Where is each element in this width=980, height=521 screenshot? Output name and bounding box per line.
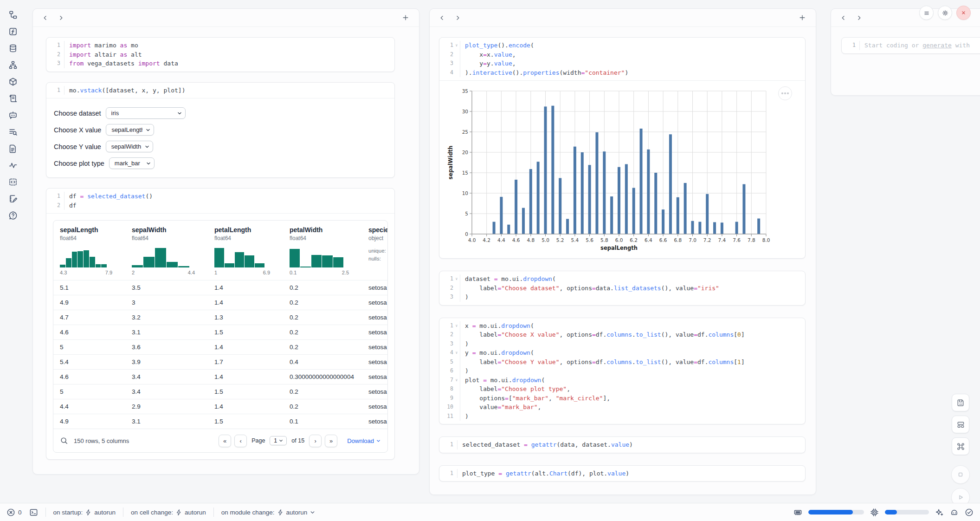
code-editor[interactable]: 1df = selected_dataset()2df (46, 189, 394, 213)
code-editor[interactable]: 1∨plot_type().encode(2 x=x.value,3 y=y.v… (439, 38, 805, 80)
table-row[interactable]: 4.63.41.40.30000000000000004setosa (53, 369, 387, 384)
sidebar-item-datasources[interactable] (8, 44, 18, 53)
add-cell-button[interactable] (797, 12, 808, 23)
code-editor[interactable]: 1∨dataset = mo.ui.dropdown(2 label="Choo… (439, 271, 805, 305)
line-number: 6 (439, 366, 453, 376)
column-header[interactable]: sepalWidthfloat6424.4 (125, 226, 208, 275)
column-prev-button[interactable] (40, 12, 52, 23)
stop-button[interactable] (951, 465, 970, 484)
sidebar-item-dependency-graph[interactable] (8, 60, 18, 70)
add-cell-button[interactable] (400, 12, 412, 23)
svg-text:7.2: 7.2 (703, 237, 711, 243)
code-editor[interactable]: 1selected_dataset = getattr(data, datase… (439, 437, 805, 453)
cell-dataframe[interactable]: 1df = selected_dataset()2df sepalLengthf… (46, 188, 395, 460)
shutdown-button[interactable] (956, 6, 971, 20)
layout-toggle-button[interactable] (952, 416, 969, 433)
fold-chevron-icon[interactable]: ∨ (453, 321, 460, 331)
page-select-wrap: 1 (270, 436, 287, 445)
error-indicator[interactable]: 0 (6, 508, 22, 517)
cell-dataset-dropdown[interactable]: 1∨dataset = mo.ui.dropdown(2 label="Choo… (439, 271, 806, 306)
fold-chevron-icon[interactable]: ∨ (453, 274, 460, 284)
page-select[interactable]: 1 (270, 436, 287, 445)
column-prev-button[interactable] (437, 12, 448, 23)
dropdown[interactable]: mark_bar (109, 157, 155, 169)
column-next-button[interactable] (854, 12, 865, 23)
sidebar-item-app-functions[interactable] (8, 27, 18, 36)
cell-plot-type[interactable]: 1plot_type = getattr(alt.Chart(df), plot… (439, 465, 806, 482)
column-header[interactable]: petalWidthfloat640.12.5 (283, 226, 362, 275)
generate-with-ai-link[interactable]: generate (922, 42, 952, 49)
line-number: 1 (46, 192, 60, 201)
sidebar-item-snippets[interactable] (8, 177, 18, 187)
fold-chevron-icon[interactable]: ∨ (453, 41, 460, 50)
altair-bar-chart[interactable]: 4.04.24.44.64.85.05.25.45.65.86.06.26.46… (446, 84, 771, 256)
chat-bot-icon (8, 111, 18, 120)
next-page-button[interactable]: › (309, 435, 322, 447)
dropdown[interactable]: iris (106, 107, 186, 119)
code-line: 2import altair as alt (46, 50, 394, 59)
table-row[interactable]: 4.42.91.40.2setosa (53, 399, 387, 414)
table-row[interactable]: 5.13.51.40.2setosa (53, 280, 387, 295)
column-header[interactable]: speciesobjectunique:nulls: (362, 226, 387, 275)
table-row[interactable]: 4.931.40.2setosa (53, 295, 387, 310)
save-button[interactable] (952, 394, 969, 411)
code-editor[interactable]: 1import marimo as mo2import altair as al… (46, 38, 394, 72)
cell-selected-dataset[interactable]: 1selected_dataset = getattr(data, datase… (439, 436, 806, 453)
column-header[interactable]: petalLengthfloat6416.9 (208, 226, 283, 275)
sidebar-item-packages[interactable] (8, 77, 18, 86)
copilot-button[interactable] (950, 508, 959, 517)
code-line: 1∨plot_type().encode( (439, 41, 805, 50)
table-row[interactable]: 53.61.40.2setosa (53, 339, 387, 354)
table-summary: 150 rows, 5 columns (74, 437, 129, 444)
sidebar-item-scripts[interactable] (8, 94, 18, 103)
code-editor[interactable]: 1plot_type = getattr(alt.Chart(df), plot… (439, 466, 805, 482)
settings-button[interactable] (938, 6, 952, 20)
table-row[interactable]: 53.41.50.2setosa (53, 384, 387, 399)
last-page-button[interactable]: » (325, 435, 337, 447)
download-button[interactable]: Download (347, 437, 381, 444)
code-editor[interactable]: 1mo.vstack([dataset, x, y, plot]) (46, 83, 394, 98)
cell-imports[interactable]: 1import marimo as mo2import altair as al… (46, 37, 395, 72)
sidebar-item-ai-chat[interactable] (8, 111, 18, 120)
cell-chart[interactable]: 1∨plot_type().encode(2 x=x.value,3 y=y.v… (439, 37, 806, 259)
table-row[interactable]: 4.73.21.30.2setosa (53, 310, 387, 325)
first-page-button[interactable]: « (219, 435, 231, 447)
fold-chevron-icon[interactable]: ∨ (453, 376, 460, 385)
sidebar-item-file-explorer[interactable] (8, 10, 18, 20)
run-setting-item[interactable]: on cell change:autorun (131, 509, 206, 516)
cell-vstack[interactable]: 1mo.vstack([dataset, x, y, plot]) Choose… (46, 82, 395, 178)
ai-assistant-button[interactable] (935, 508, 944, 517)
run-setting-item[interactable]: on startup:autorun (53, 509, 116, 516)
table-row[interactable]: 5.43.91.70.4setosa (53, 354, 387, 369)
code-editor[interactable]: 1 Start coding or generate with (842, 38, 980, 53)
search-icon[interactable] (60, 436, 68, 445)
terminal-button[interactable] (29, 508, 38, 517)
dropdown-label: Choose X value (54, 126, 101, 134)
dropdown[interactable]: sepalLength (106, 124, 154, 136)
table-row[interactable]: 4.63.11.50.2setosa (53, 325, 387, 339)
run-setting-item[interactable]: on module change:autorun (221, 509, 316, 516)
column-prev-button[interactable] (838, 12, 850, 23)
svg-text:20: 20 (462, 150, 468, 155)
sidebar-item-scratchpad[interactable] (8, 194, 18, 203)
svg-text:8.0: 8.0 (762, 237, 770, 243)
keyboard-shortcuts-button[interactable] (952, 437, 969, 455)
chart-menu-button[interactable] (778, 86, 792, 100)
table-row[interactable]: 4.93.11.50.1setosa (53, 414, 387, 429)
menu-button[interactable] (919, 6, 934, 20)
cell-xy-plot-dropdowns[interactable]: 1∨x = mo.ui.dropdown(2 label="Choose X v… (439, 318, 806, 425)
dropdown[interactable]: sepalWidth (106, 141, 153, 152)
chart-output[interactable]: 4.04.24.44.64.85.05.25.45.65.86.06.26.46… (439, 80, 805, 258)
column-next-button[interactable] (453, 12, 464, 23)
prev-page-button[interactable]: ‹ (234, 435, 247, 447)
fold-chevron-icon[interactable]: ∨ (453, 348, 460, 358)
code-editor[interactable]: 1∨x = mo.ui.dropdown(2 label="Choose X v… (439, 318, 805, 424)
cell-empty[interactable]: 1 Start coding or generate with (841, 37, 980, 54)
column-header[interactable]: sepalLengthfloat644.37.9 (53, 226, 125, 275)
sidebar-item-logs[interactable] (8, 127, 18, 137)
connection-status-button[interactable] (965, 508, 974, 517)
sidebar-item-documentation[interactable] (8, 144, 18, 153)
column-next-button[interactable] (56, 12, 67, 23)
sidebar-item-tracing[interactable] (8, 161, 18, 170)
sidebar-item-help[interactable] (8, 211, 18, 220)
